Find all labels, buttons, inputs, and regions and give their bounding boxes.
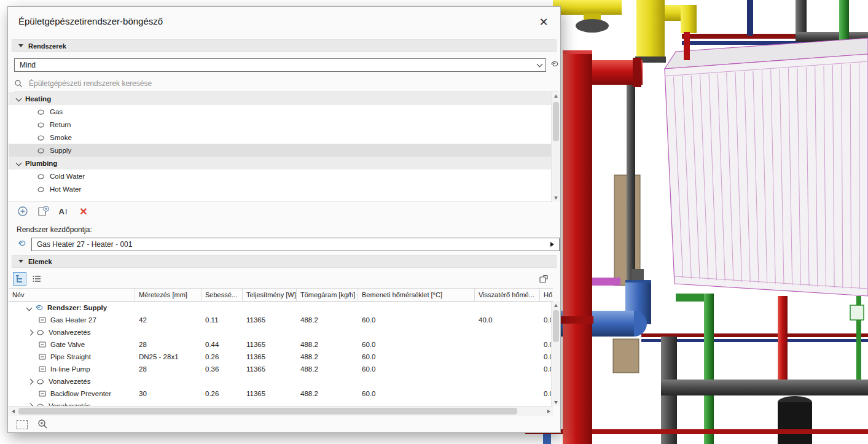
arrow-right-icon — [550, 242, 554, 247]
col-header-meretezes[interactable]: Méretezés [mm] — [135, 289, 201, 301]
table-scrollbar[interactable] — [551, 302, 560, 406]
section-label: Rendszerek — [28, 42, 66, 50]
table-row[interactable]: Gate Valve 28 0.44 11365 488.2 60.0 0.0 — [9, 338, 553, 351]
tree-scrollbar[interactable] — [551, 92, 560, 201]
elements-table-header: Név Méretezés [mm] Sebessé... Teljesítmé… — [9, 288, 553, 302]
system-loop-icon — [37, 146, 45, 155]
rename-button[interactable]: AI — [57, 205, 69, 217]
col-header-ho[interactable]: Hő... — [540, 289, 553, 301]
chevron-down-icon — [16, 96, 22, 102]
start-point-label: Rendszer kezdőpontja: — [17, 225, 92, 234]
scroll-left-arrow[interactable] — [9, 407, 17, 416]
system-filter-dropdown[interactable]: Mind — [14, 58, 546, 72]
table-row[interactable]: In-line Pump 28 0.36 11365 488.2 60.0 0.… — [9, 363, 553, 375]
col-header-visszatero[interactable]: Visszatérő hőmé... — [475, 289, 540, 301]
new-page-plus-icon — [37, 205, 49, 217]
tree-group-label: Heating — [25, 95, 51, 103]
zoom-to-selection-icon[interactable] — [37, 419, 49, 430]
chevron-right-icon[interactable] — [28, 329, 34, 335]
col-header-nev[interactable]: Név — [9, 289, 135, 301]
elements-table-body: Rendszer: Supply Gas Heater 27 42 0.11 1… — [9, 302, 553, 406]
tree-item-label: Return — [50, 121, 71, 128]
routing-loop-icon — [36, 328, 45, 337]
systems-tree: Heating Gas Return Smoke Supply Plumbing… — [9, 92, 552, 202]
tree-item-gas[interactable]: Gas — [9, 105, 552, 118]
heater-icon — [38, 316, 47, 324]
system-search[interactable] — [14, 76, 558, 92]
backflow-preventer-icon — [38, 389, 47, 398]
table-row[interactable]: Vonalvezetés — [9, 326, 553, 338]
tree-group-plumbing[interactable]: Plumbing — [9, 157, 552, 169]
chevron-right-icon[interactable] — [28, 378, 34, 384]
system-loop-icon — [37, 172, 45, 181]
scroll-up-arrow[interactable] — [552, 92, 560, 99]
list-view-icon — [32, 274, 42, 284]
app-root: { "window": { "title": "Épületgépészetir… — [0, 0, 868, 444]
search-input[interactable] — [28, 79, 558, 88]
horizontal-scrollbar[interactable] — [9, 406, 553, 416]
col-header-sebesseg[interactable]: Sebessé... — [201, 289, 243, 301]
new-system-button[interactable] — [37, 205, 49, 217]
close-button[interactable]: ✕ — [534, 13, 553, 31]
green-pipe — [676, 294, 714, 444]
scroll-right-arrow[interactable] — [544, 407, 553, 416]
scroll-down-arrow[interactable] — [552, 194, 560, 201]
marquee-select-icon[interactable] — [17, 420, 28, 429]
chevron-down-icon — [16, 160, 22, 166]
gray-pipes-bottom — [661, 337, 868, 444]
scroll-up-arrow[interactable] — [552, 302, 560, 309]
routing-loop-icon — [36, 402, 45, 406]
table-row[interactable]: Rendszer: Supply — [9, 302, 553, 314]
tree-item-label: Cold Water — [50, 173, 85, 180]
systems-toolbar: AI ✕ — [17, 204, 90, 219]
scroll-down-arrow[interactable] — [552, 399, 560, 406]
dialog-title: Épületgépészetirendszer-böngésző — [18, 16, 163, 26]
table-row[interactable]: Vonalvezetés — [9, 375, 553, 388]
col-header-teljesitmeny[interactable]: Teljesítmény [W] — [243, 289, 297, 301]
chevron-down-icon — [537, 61, 543, 68]
tree-item-supply[interactable]: Supply — [9, 144, 552, 157]
start-point-field[interactable]: Gas Heater 27 - Heater - 001 — [31, 238, 560, 251]
radiator — [665, 38, 868, 296]
tree-view-toggle[interactable] — [13, 272, 26, 286]
row-label: Vonalvezetés — [49, 329, 90, 336]
collapse-triangle-icon — [18, 260, 23, 263]
dropdown-value: Mind — [20, 61, 538, 69]
row-label: Gas Heater 27 — [50, 316, 96, 324]
dialog-footer — [17, 419, 49, 430]
col-header-bemeneti[interactable]: Bemeneti hőmérséklet [°C] — [358, 289, 475, 301]
system-loop-icon — [37, 120, 45, 129]
col-header-tomegaram[interactable]: Tömegáram [kg/h] — [297, 289, 358, 301]
tree-item-return[interactable]: Return — [9, 118, 552, 131]
transfer-settings-icon — [539, 274, 549, 284]
tree-item-hot-water[interactable]: Hot Water — [9, 182, 552, 195]
gray-riser — [627, 80, 635, 286]
system-loop-icon — [37, 185, 45, 193]
table-row[interactable]: Pipe Straight DN25 - 28x1 0.26 11365 488… — [9, 351, 553, 363]
table-row[interactable]: Backflow Preventer 30 0.26 11365 488.2 6… — [9, 388, 553, 400]
section-header-systems[interactable]: Rendszerek — [12, 39, 557, 52]
tree-group-heating[interactable]: Heating — [9, 92, 552, 105]
plus-circle-icon — [17, 206, 28, 217]
tree-item-cold-water[interactable]: Cold Water — [9, 169, 552, 182]
section-header-elements[interactable]: Elemek — [12, 255, 557, 268]
table-row[interactable]: Gas Heater 27 42 0.11 11365 488.2 60.0 4… — [9, 314, 553, 326]
delete-button[interactable]: ✕ — [77, 205, 90, 217]
transfer-settings-button[interactable] — [537, 272, 550, 286]
scrollbar-thumb[interactable] — [553, 310, 559, 342]
row-label: In-line Pump — [50, 365, 90, 373]
gate-valve-icon — [38, 340, 47, 349]
scrollbar-thumb[interactable] — [553, 102, 559, 141]
add-system-button[interactable] — [17, 205, 29, 217]
tree-item-label: Gas — [50, 108, 63, 115]
tree-item-label: Smoke — [50, 134, 72, 141]
scrollbar-thumb[interactable] — [18, 408, 517, 415]
list-view-toggle[interactable] — [30, 272, 44, 286]
system-browser-dialog: Épületgépészetirendszer-böngésző ✕ Rends… — [7, 6, 561, 433]
chevron-down-icon — [26, 305, 33, 311]
elements-view-toolbar — [13, 272, 44, 286]
pipe-straight-icon — [38, 352, 47, 361]
table-row[interactable]: Vonalvezetés — [9, 400, 553, 406]
tree-item-label: Hot Water — [50, 185, 81, 193]
tree-item-smoke[interactable]: Smoke — [9, 131, 552, 144]
